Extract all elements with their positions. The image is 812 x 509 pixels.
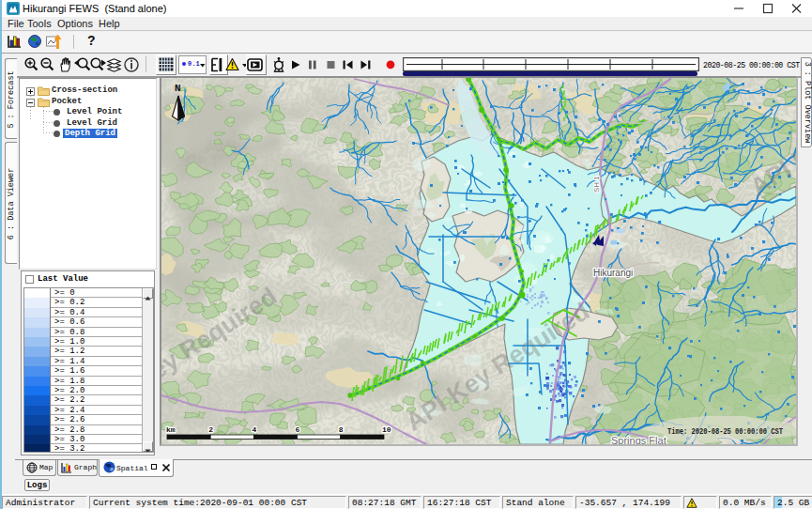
svg-text:km: km — [166, 425, 176, 434]
svg-text:Springs Flat: Springs Flat — [611, 435, 666, 444]
svg-text:4: 4 — [252, 425, 256, 434]
svg-text:Time: 2020-08-25 00:00:00 CST: Time: 2020-08-25 00:00:00 CST — [667, 426, 783, 437]
svg-text:SH 1: SH 1 — [592, 176, 601, 193]
svg-text:Hikurangi: Hikurangi — [593, 268, 633, 278]
svg-text:8: 8 — [339, 425, 344, 434]
svg-text:2: 2 — [208, 425, 213, 434]
svg-text:N: N — [175, 83, 181, 94]
svg-text:6: 6 — [296, 425, 300, 434]
svg-text:10: 10 — [382, 425, 391, 434]
